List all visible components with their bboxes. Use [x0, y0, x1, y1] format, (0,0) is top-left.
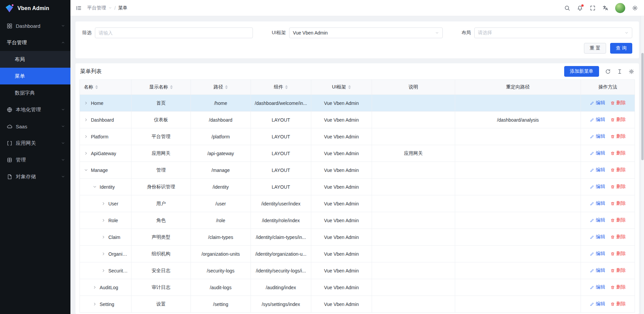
language-icon[interactable] [602, 5, 608, 11]
edit-button[interactable]: 编辑 [590, 100, 605, 106]
preferences-gear-icon[interactable] [632, 5, 638, 11]
delete-button[interactable]: 删除 [610, 117, 626, 123]
scrollbar-thumb[interactable] [641, 53, 644, 160]
edit-button[interactable]: 编辑 [590, 117, 605, 123]
expand-toggle-icon[interactable] [101, 218, 106, 223]
cell-framework: Vue Vben Admin [311, 279, 372, 296]
cell-display-name: 角色 [131, 212, 191, 229]
cell-component: /identity/security-logs/i... [251, 262, 311, 279]
sidebar-subitem-menu[interactable]: 菜单 [0, 68, 70, 84]
sidebar-item-dashboard[interactable]: Dashboard [0, 17, 70, 34]
edit-button[interactable]: 编辑 [590, 234, 605, 240]
expand-toggle-icon[interactable] [84, 168, 88, 172]
edit-button[interactable]: 编辑 [590, 267, 605, 273]
sidebar-item-saas[interactable]: Saas [0, 118, 70, 135]
breadcrumb: 平台管理 / 菜单 [87, 5, 127, 11]
delete-button[interactable]: 删除 [610, 133, 626, 139]
app-window: Vben Admin Dashboard平台管理布局菜单数据字典本地化管理Saa… [0, 0, 644, 314]
column-header-path[interactable]: 路径 [191, 80, 251, 95]
delete-button[interactable]: 删除 [610, 167, 626, 173]
layout-select[interactable]: 请选择 [474, 27, 632, 38]
column-header-component[interactable]: 组件 [251, 80, 311, 95]
refresh-icon[interactable] [605, 69, 611, 74]
column-header-content: UI框架 [332, 84, 351, 90]
delete-icon [610, 134, 615, 139]
expand-toggle-icon[interactable] [93, 285, 97, 290]
page-scrollbar[interactable] [641, 16, 644, 314]
breadcrumb-section[interactable]: 平台管理 [87, 5, 106, 11]
user-avatar[interactable] [615, 3, 625, 13]
expand-toggle-icon[interactable] [101, 252, 106, 256]
edit-button[interactable]: 编辑 [590, 251, 605, 257]
cell-path: /home [191, 95, 251, 112]
column-header-content: 名称 [84, 84, 98, 90]
delete-button[interactable]: 删除 [610, 200, 626, 206]
sort-buttons[interactable] [225, 85, 228, 89]
add-menu-button[interactable]: 添加新菜单 [564, 66, 599, 77]
edit-button[interactable]: 编辑 [590, 217, 605, 223]
sidebar-item-platform[interactable]: 平台管理 [0, 34, 70, 51]
sort-buttons[interactable] [170, 85, 173, 89]
column-header-framework[interactable]: UI框架 [311, 80, 372, 95]
edit-button[interactable]: 编辑 [590, 301, 605, 307]
reset-button[interactable]: 重 置 [584, 43, 606, 54]
edit-button[interactable]: 编辑 [590, 150, 605, 156]
search-button[interactable]: 查 询 [610, 43, 632, 54]
column-label: 组件 [274, 84, 283, 90]
delete-button[interactable]: 删除 [610, 267, 626, 273]
expand-toggle-icon[interactable] [101, 235, 106, 239]
filter-input[interactable] [95, 27, 253, 38]
edit-icon [590, 302, 594, 306]
expand-toggle-icon[interactable] [93, 185, 97, 189]
cell-display-name: 仪表板 [131, 112, 191, 128]
app-logo[interactable]: Vben Admin [0, 0, 70, 17]
sidebar-item-manage[interactable]: 管理 [0, 151, 70, 168]
cell-path: /claim-types [191, 229, 251, 246]
column-header-name[interactable]: 名称 [80, 80, 131, 95]
sidebar-item-localization[interactable]: 本地化管理 [0, 101, 70, 118]
cell-name: ApiGateway [80, 145, 131, 162]
table-row: Dashboard仪表板/dashboardLAYOUTVue Vben Adm… [80, 112, 635, 128]
delete-button[interactable]: 删除 [610, 234, 626, 240]
expand-toggle-icon[interactable] [84, 151, 88, 155]
delete-button[interactable]: 删除 [610, 251, 626, 257]
expand-toggle-icon[interactable] [101, 201, 106, 206]
search-icon[interactable] [564, 5, 570, 11]
table-row: User用户/user/identity/user/indexVue Vben … [80, 195, 635, 212]
sidebar-item-storage[interactable]: 对象存储 [0, 168, 70, 185]
row-name: Identity [100, 184, 115, 190]
sort-buttons[interactable] [348, 85, 351, 89]
sidebar-subitem-layout[interactable]: 布局 [0, 51, 70, 68]
edit-button[interactable]: 编辑 [590, 184, 605, 190]
sort-buttons[interactable] [285, 85, 288, 89]
edit-button[interactable]: 编辑 [590, 284, 605, 290]
cell-name: User [80, 195, 131, 212]
table-row: Home首页/home/dashboard/welcome/in...Vue V… [80, 95, 635, 112]
sort-buttons[interactable] [95, 85, 98, 89]
notification-bell-icon[interactable] [577, 5, 583, 11]
expand-toggle-icon[interactable] [84, 118, 88, 122]
table-row: Setting设置/setting/sys/settings/indexVue … [80, 296, 635, 313]
table-settings-gear-icon[interactable] [629, 69, 634, 74]
sidebar-collapse-icon[interactable] [76, 5, 82, 11]
edit-button[interactable]: 编辑 [590, 133, 605, 139]
notification-badge [581, 4, 584, 7]
delete-button[interactable]: 删除 [610, 284, 626, 290]
edit-button[interactable]: 编辑 [590, 200, 605, 206]
expand-toggle-icon[interactable] [101, 268, 106, 273]
row-height-icon[interactable] [617, 69, 623, 74]
sidebar-subitem-dictionary[interactable]: 数据字典 [0, 84, 70, 101]
expand-toggle-icon[interactable] [93, 302, 97, 306]
delete-button[interactable]: 删除 [610, 217, 626, 223]
edit-button[interactable]: 编辑 [590, 167, 605, 173]
delete-button[interactable]: 删除 [610, 100, 626, 106]
ui-framework-select[interactable]: Vue Vben Admin [289, 27, 442, 38]
expand-toggle-icon[interactable] [84, 101, 88, 105]
delete-button[interactable]: 删除 [610, 150, 626, 156]
expand-toggle-icon[interactable] [84, 134, 88, 139]
column-header-display-name[interactable]: 显示名称 [131, 80, 191, 95]
delete-button[interactable]: 删除 [610, 184, 626, 190]
delete-button[interactable]: 删除 [610, 301, 626, 307]
sidebar-item-gateway[interactable]: 应用网关 [0, 135, 70, 151]
fullscreen-icon[interactable] [590, 5, 596, 11]
